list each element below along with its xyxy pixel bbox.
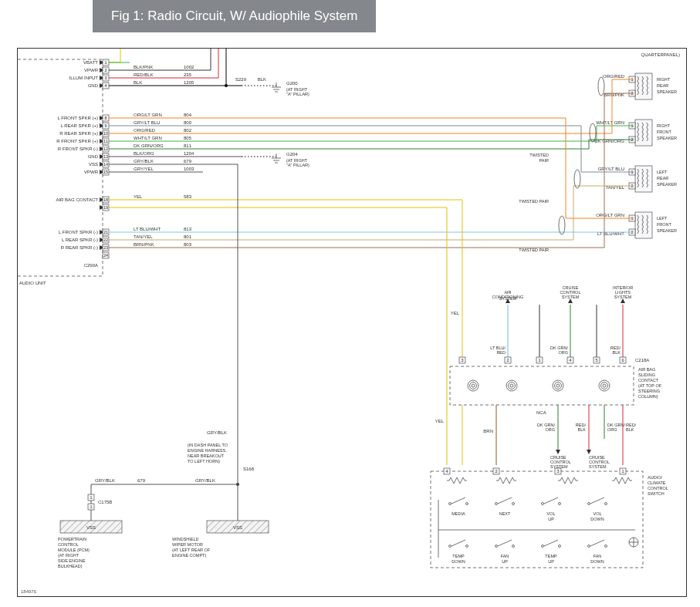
svg-text:R REAR SPKR (-): R REAR SPKR (-): [61, 245, 98, 250]
svg-point-146: [574, 170, 580, 188]
svg-text:RIGHT: RIGHT: [657, 123, 671, 128]
svg-text:TO LEFT HORN): TO LEFT HORN): [188, 459, 220, 464]
svg-point-144: [598, 77, 604, 96]
svg-text:813: 813: [184, 227, 192, 231]
svg-text:GRY/LT BLU: GRY/LT BLU: [134, 120, 160, 125]
svg-text:5: 5: [595, 358, 597, 363]
audio-unit-label: AUDIO UNIT: [19, 281, 46, 285]
svg-text:BLK/PNK: BLK/PNK: [134, 65, 153, 69]
svg-text:24: 24: [103, 253, 108, 258]
svg-text:CONTROL: CONTROL: [58, 542, 79, 547]
svg-text:DK GRN/ORG: DK GRN/ORG: [134, 143, 164, 148]
svg-text:GRY/LT BLU: GRY/LT BLU: [598, 167, 624, 171]
svg-text:6: 6: [621, 358, 624, 363]
svg-text:4: 4: [104, 83, 107, 88]
svg-text:YEL: YEL: [435, 419, 445, 423]
svg-text:VSS: VSS: [86, 525, 96, 530]
svg-text:ORG: ORG: [558, 350, 568, 355]
svg-text:VSS: VSS: [233, 525, 242, 530]
svg-text:VSS: VSS: [89, 162, 98, 167]
svg-text:ENGINE COMPT): ENGINE COMPT): [172, 553, 206, 558]
systems-labels: AIRCONDITIONING SYSTEM LT BLU/RED CRUISE…: [490, 285, 633, 357]
svg-text:DOWN: DOWN: [590, 559, 604, 564]
svg-text:679: 679: [184, 159, 192, 164]
svg-text:1: 1: [90, 504, 92, 509]
svg-text:11: 11: [103, 139, 108, 143]
svg-text:(AT RIGHT: (AT RIGHT: [58, 553, 79, 558]
figure-title-tab: Fig 1: Radio Circuit, W/ Audiophile Syst…: [93, 0, 376, 32]
svg-text:WHT/LT GRN: WHT/LT GRN: [134, 136, 162, 140]
svg-text:15: 15: [103, 170, 108, 174]
svg-text:(IN DASH PANEL TO: (IN DASH PANEL TO: [188, 443, 228, 447]
svg-text:1205: 1205: [184, 80, 194, 85]
svg-text:BLK: BLK: [626, 427, 634, 432]
svg-text:1: 1: [90, 495, 92, 500]
svg-text:SYSTEM: SYSTEM: [499, 296, 517, 301]
svg-text:802: 802: [184, 128, 192, 133]
svg-text:2: 2: [104, 68, 107, 73]
svg-text:TEMP: TEMP: [452, 554, 465, 558]
svg-text:SPEAKER: SPEAKER: [657, 228, 677, 233]
svg-point-145: [590, 123, 596, 142]
svg-text:679: 679: [137, 478, 146, 483]
svg-text:L REAR SPKR (-): L REAR SPKR (-): [62, 238, 98, 242]
pins-top: VBATT VPWR ILLUM INPUT GND 1 2 3 4 BLK/P…: [69, 49, 309, 96]
svg-text:804: 804: [184, 113, 192, 117]
svg-text:ORG/RED: ORG/RED: [134, 128, 156, 133]
svg-text:NCA: NCA: [536, 410, 546, 415]
svg-text:8: 8: [104, 116, 107, 120]
svg-text:L REAR SPKR (+): L REAR SPKR (+): [60, 123, 98, 128]
svg-text:WIPER MOTOR: WIPER MOTOR: [172, 542, 203, 547]
svg-text:CLIMATE: CLIMATE: [648, 481, 666, 485]
svg-text:RIGHT: RIGHT: [657, 77, 671, 82]
svg-text:WHT/LT GRN: WHT/LT GRN: [596, 120, 624, 125]
twisted-pair-markers: TWISTED PAIR TWISTED PAIR TWISTED PAIR: [519, 77, 604, 252]
svg-point-147: [559, 216, 565, 234]
figure-title: Fig 1: Radio Circuit, W/ Audiophile Syst…: [111, 8, 357, 24]
svg-text:CONTROL: CONTROL: [648, 486, 668, 491]
svg-text:3: 3: [556, 469, 559, 474]
svg-text:SPEAKER: SPEAKER: [657, 89, 677, 94]
svg-text:TWISTED PAIR: TWISTED PAIR: [519, 199, 549, 204]
svg-text:CONTACT: CONTACT: [638, 378, 659, 383]
svg-text:4: 4: [569, 358, 571, 363]
svg-text:1: 1: [621, 469, 624, 474]
svg-text:TEMP: TEMP: [545, 554, 557, 558]
svg-text:BRN/PNK: BRN/PNK: [134, 242, 154, 247]
svg-text:LEFT: LEFT: [657, 216, 668, 221]
svg-text:235: 235: [184, 73, 192, 77]
svg-text:VOL: VOL: [546, 511, 555, 516]
svg-text:811: 811: [184, 143, 192, 148]
quarterpanel-label: QUARTERPANEL): [641, 52, 680, 57]
svg-text:GRY/BLK: GRY/BLK: [207, 430, 227, 435]
svg-text:SYSTEM: SYSTEM: [589, 464, 607, 469]
diagram-canvas: QUARTERPANEL) AUDIO UNIT VBATT VPWR ILLU…: [17, 48, 687, 597]
svg-text:21: 21: [103, 230, 108, 234]
svg-text:9: 9: [104, 123, 107, 128]
svg-text:1: 1: [104, 60, 107, 65]
svg-text:R REAR SPKR (+): R REAR SPKR (+): [59, 131, 98, 136]
svg-text:RED: RED: [496, 350, 506, 355]
svg-text:TWISTED PAIR: TWISTED PAIR: [519, 248, 549, 252]
svg-text:S229: S229: [235, 77, 247, 82]
svg-text:VOL: VOL: [593, 511, 601, 516]
svg-text:14: 14: [103, 162, 108, 167]
svg-text:AIR BAG: AIR BAG: [638, 367, 655, 372]
svg-text:BLK: BLK: [613, 350, 621, 355]
svg-text:GND: GND: [88, 154, 99, 159]
svg-text:AIR BAG CONTACT: AIR BAG CONTACT: [56, 197, 98, 202]
svg-text:VPWR: VPWR: [84, 170, 99, 174]
svg-text:FAN: FAN: [501, 554, 509, 558]
svg-text:13: 13: [103, 154, 108, 159]
svg-text:UP: UP: [548, 559, 554, 564]
svg-text:NEAR BREAKOUT: NEAR BREAKOUT: [188, 454, 225, 458]
svg-text:REAR: REAR: [657, 83, 668, 88]
svg-text:GND: GND: [88, 83, 99, 88]
svg-text:ILLUM INPUT: ILLUM INPUT: [69, 76, 99, 80]
svg-text:805: 805: [184, 136, 192, 140]
svg-text:YEL: YEL: [134, 194, 143, 199]
svg-text:POWERTRAIN: POWERTRAIN: [58, 537, 86, 541]
svg-text:UP: UP: [502, 559, 508, 564]
svg-text:GRY/BLK: GRY/BLK: [134, 159, 154, 164]
svg-text:S168: S168: [243, 467, 255, 471]
